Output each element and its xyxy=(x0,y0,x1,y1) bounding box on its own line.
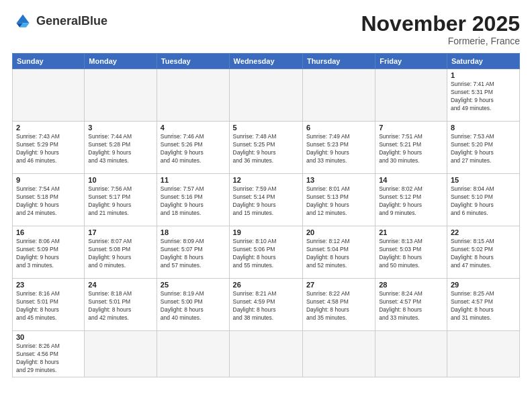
day-info: Sunrise: 8:15 AM Sunset: 5:02 PM Dayligh… xyxy=(451,238,516,270)
day-info: Sunrise: 8:06 AM Sunset: 5:09 PM Dayligh… xyxy=(16,238,81,270)
day-number: 24 xyxy=(88,281,153,289)
calendar-cell xyxy=(157,331,229,377)
day-number: 10 xyxy=(88,176,153,184)
calendar-cell: 8Sunrise: 7:53 AM Sunset: 5:20 PM Daylig… xyxy=(447,122,519,174)
day-number: 18 xyxy=(161,228,226,236)
day-number: 4 xyxy=(161,124,226,132)
day-info: Sunrise: 7:41 AM Sunset: 5:31 PM Dayligh… xyxy=(451,81,516,113)
day-info: Sunrise: 7:53 AM Sunset: 5:20 PM Dayligh… xyxy=(451,133,516,165)
calendar-week-row: 16Sunrise: 8:06 AM Sunset: 5:09 PM Dayli… xyxy=(13,226,520,279)
calendar-cell xyxy=(13,69,85,122)
day-number: 19 xyxy=(233,228,299,236)
calendar-cell: 1Sunrise: 7:41 AM Sunset: 5:31 PM Daylig… xyxy=(447,69,519,122)
calendar-cell: 24Sunrise: 8:18 AM Sunset: 5:01 PM Dayli… xyxy=(85,279,157,331)
day-info: Sunrise: 7:44 AM Sunset: 5:28 PM Dayligh… xyxy=(88,133,153,165)
day-number: 30 xyxy=(16,333,81,341)
calendar-cell: 19Sunrise: 8:10 AM Sunset: 5:06 PM Dayli… xyxy=(229,226,302,279)
day-number: 26 xyxy=(233,281,299,289)
calendar-cell: 14Sunrise: 8:02 AM Sunset: 5:12 PM Dayli… xyxy=(375,174,447,226)
day-info: Sunrise: 8:16 AM Sunset: 5:01 PM Dayligh… xyxy=(16,290,81,322)
day-info: Sunrise: 7:56 AM Sunset: 5:17 PM Dayligh… xyxy=(88,185,153,218)
calendar-cell: 9Sunrise: 7:54 AM Sunset: 5:18 PM Daylig… xyxy=(13,174,85,226)
day-number: 17 xyxy=(88,228,153,236)
calendar-week-row: 23Sunrise: 8:16 AM Sunset: 5:01 PM Dayli… xyxy=(13,279,520,331)
calendar-cell xyxy=(302,69,375,122)
day-info: Sunrise: 7:48 AM Sunset: 5:25 PM Dayligh… xyxy=(233,133,299,165)
calendar-cell: 29Sunrise: 8:25 AM Sunset: 4:57 PM Dayli… xyxy=(447,279,519,331)
calendar-cell: 25Sunrise: 8:19 AM Sunset: 5:00 PM Dayli… xyxy=(157,279,229,331)
day-info: Sunrise: 8:07 AM Sunset: 5:08 PM Dayligh… xyxy=(88,238,153,270)
day-number: 7 xyxy=(379,124,443,132)
calendar-cell: 6Sunrise: 7:49 AM Sunset: 5:23 PM Daylig… xyxy=(302,122,375,174)
day-info: Sunrise: 7:49 AM Sunset: 5:23 PM Dayligh… xyxy=(306,133,371,165)
day-number: 1 xyxy=(451,71,516,79)
day-info: Sunrise: 8:10 AM Sunset: 5:06 PM Dayligh… xyxy=(233,238,299,270)
day-number: 3 xyxy=(88,124,153,132)
calendar-cell xyxy=(447,331,519,377)
header: GeneralBlue November 2025 Formerie, Fran… xyxy=(12,12,520,46)
calendar-cell xyxy=(302,331,375,377)
calendar-cell: 11Sunrise: 7:57 AM Sunset: 5:16 PM Dayli… xyxy=(157,174,229,226)
day-number: 6 xyxy=(306,124,371,132)
calendar-header-row: Sunday Monday Tuesday Wednesday Thursday… xyxy=(13,54,520,69)
day-number: 25 xyxy=(161,281,226,289)
calendar-cell xyxy=(85,331,157,377)
col-wednesday: Wednesday xyxy=(229,54,302,69)
calendar-cell: 4Sunrise: 7:46 AM Sunset: 5:26 PM Daylig… xyxy=(157,122,229,174)
calendar-cell: 22Sunrise: 8:15 AM Sunset: 5:02 PM Dayli… xyxy=(447,226,519,279)
calendar-cell xyxy=(157,69,229,122)
day-number: 13 xyxy=(306,176,371,184)
day-info: Sunrise: 7:54 AM Sunset: 5:18 PM Dayligh… xyxy=(16,185,81,218)
day-info: Sunrise: 8:25 AM Sunset: 4:57 PM Dayligh… xyxy=(451,290,516,322)
day-number: 28 xyxy=(379,281,443,289)
day-info: Sunrise: 8:24 AM Sunset: 4:57 PM Dayligh… xyxy=(379,290,443,322)
day-number: 22 xyxy=(451,228,516,236)
day-info: Sunrise: 8:22 AM Sunset: 4:58 PM Dayligh… xyxy=(306,290,371,322)
day-number: 14 xyxy=(379,176,443,184)
title-block: November 2025 Formerie, France xyxy=(361,12,520,46)
day-info: Sunrise: 7:51 AM Sunset: 5:21 PM Dayligh… xyxy=(379,133,443,165)
col-monday: Monday xyxy=(85,54,157,69)
calendar-cell: 12Sunrise: 7:59 AM Sunset: 5:14 PM Dayli… xyxy=(229,174,302,226)
calendar: Sunday Monday Tuesday Wednesday Thursday… xyxy=(12,53,520,377)
day-number: 16 xyxy=(16,228,81,236)
day-info: Sunrise: 7:57 AM Sunset: 5:16 PM Dayligh… xyxy=(161,185,226,218)
day-info: Sunrise: 8:02 AM Sunset: 5:12 PM Dayligh… xyxy=(379,185,443,218)
col-sunday: Sunday xyxy=(13,54,85,69)
calendar-cell: 30Sunrise: 8:26 AM Sunset: 4:56 PM Dayli… xyxy=(13,331,85,377)
logo-icon xyxy=(12,12,34,31)
calendar-cell: 2Sunrise: 7:43 AM Sunset: 5:29 PM Daylig… xyxy=(13,122,85,174)
calendar-cell xyxy=(229,331,302,377)
calendar-cell: 20Sunrise: 8:12 AM Sunset: 5:04 PM Dayli… xyxy=(302,226,375,279)
day-number: 2 xyxy=(16,124,81,132)
day-info: Sunrise: 8:13 AM Sunset: 5:03 PM Dayligh… xyxy=(379,238,443,270)
day-info: Sunrise: 7:43 AM Sunset: 5:29 PM Dayligh… xyxy=(16,133,81,165)
calendar-cell: 15Sunrise: 8:04 AM Sunset: 5:10 PM Dayli… xyxy=(447,174,519,226)
calendar-cell: 27Sunrise: 8:22 AM Sunset: 4:58 PM Dayli… xyxy=(302,279,375,331)
col-saturday: Saturday xyxy=(447,54,519,69)
day-info: Sunrise: 8:04 AM Sunset: 5:10 PM Dayligh… xyxy=(451,185,516,218)
day-number: 20 xyxy=(306,228,371,236)
day-info: Sunrise: 8:01 AM Sunset: 5:13 PM Dayligh… xyxy=(306,185,371,218)
calendar-cell: 17Sunrise: 8:07 AM Sunset: 5:08 PM Dayli… xyxy=(85,226,157,279)
calendar-cell: 10Sunrise: 7:56 AM Sunset: 5:17 PM Dayli… xyxy=(85,174,157,226)
day-info: Sunrise: 8:19 AM Sunset: 5:00 PM Dayligh… xyxy=(161,290,226,322)
day-number: 5 xyxy=(233,124,299,132)
day-number: 12 xyxy=(233,176,299,184)
calendar-cell: 28Sunrise: 8:24 AM Sunset: 4:57 PM Dayli… xyxy=(375,279,447,331)
calendar-cell xyxy=(229,69,302,122)
day-info: Sunrise: 7:46 AM Sunset: 5:26 PM Dayligh… xyxy=(161,133,226,165)
calendar-cell xyxy=(375,69,447,122)
calendar-cell: 16Sunrise: 8:06 AM Sunset: 5:09 PM Dayli… xyxy=(13,226,85,279)
day-number: 21 xyxy=(379,228,443,236)
day-info: Sunrise: 8:26 AM Sunset: 4:56 PM Dayligh… xyxy=(16,342,81,375)
calendar-cell: 5Sunrise: 7:48 AM Sunset: 5:25 PM Daylig… xyxy=(229,122,302,174)
day-info: Sunrise: 8:21 AM Sunset: 4:59 PM Dayligh… xyxy=(233,290,299,322)
calendar-cell: 13Sunrise: 8:01 AM Sunset: 5:13 PM Dayli… xyxy=(302,174,375,226)
calendar-cell xyxy=(85,69,157,122)
calendar-week-row: 2Sunrise: 7:43 AM Sunset: 5:29 PM Daylig… xyxy=(13,122,520,174)
col-thursday: Thursday xyxy=(302,54,375,69)
day-number: 29 xyxy=(451,281,516,289)
subtitle: Formerie, France xyxy=(361,36,520,46)
day-number: 8 xyxy=(451,124,516,132)
